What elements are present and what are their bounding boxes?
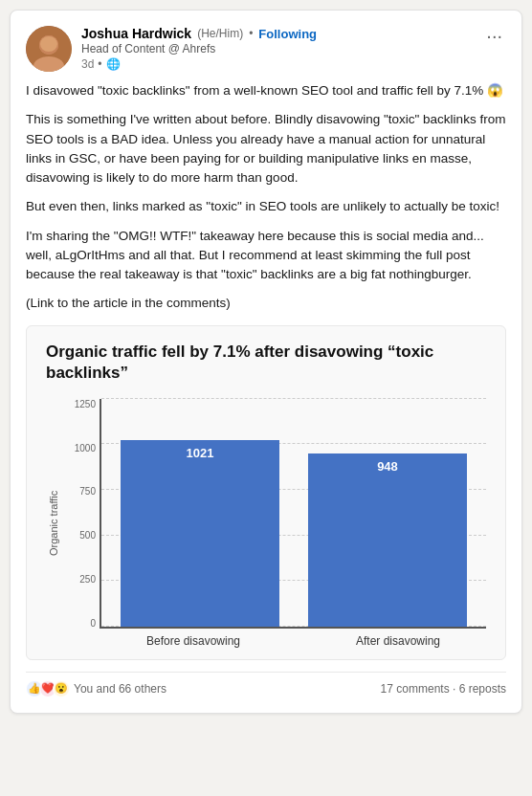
avatar[interactable] — [26, 26, 72, 72]
bar-before: 1021 — [121, 399, 279, 627]
chart-inner: 0 250 500 750 1000 1250 — [65, 399, 486, 648]
bar-before-rect: 1021 — [121, 440, 279, 626]
y-tick-1000: 1000 — [65, 443, 96, 453]
y-tick-0: 0 — [65, 618, 96, 629]
post-header: Joshua Hardwick (He/Him) • Following Hea… — [26, 26, 506, 72]
bar-after-value: 948 — [377, 459, 398, 474]
chart-title: Organic traffic fell by 7.1% after disav… — [46, 342, 486, 384]
reactions-row: 👍 ❤️ 😮 You and 66 others 17 comments · 6… — [26, 672, 506, 697]
post-time: 3d — [81, 57, 94, 71]
user-pronouns: (He/Him) — [197, 27, 243, 40]
y-axis-label: Organic traffic — [46, 399, 61, 648]
post-paragraph-1: I disavowed "toxic backlinks" from a wel… — [26, 81, 506, 100]
separator: • — [249, 27, 253, 40]
globe-icon: 🌐 — [106, 57, 121, 71]
bar-after-rect: 948 — [308, 453, 467, 626]
bar-after: 948 — [308, 399, 467, 627]
emoji-wow: 😮 — [53, 680, 70, 697]
meta-separator: • — [98, 57, 101, 71]
post-paragraph-5: (Link to the article in the comments) — [26, 294, 506, 313]
bar-before-value: 1021 — [187, 446, 214, 460]
reactions-left: 👍 ❤️ 😮 You and 66 others — [26, 680, 166, 697]
meta-row: 3d • 🌐 — [81, 57, 317, 71]
post-paragraph-2: This is something I've written about bef… — [26, 110, 506, 188]
chart-y-area: Organic traffic 0 250 500 750 1000 1250 — [46, 399, 486, 648]
chart-container: Organic traffic fell by 7.1% after disav… — [26, 325, 506, 660]
comments-reposts-text: 17 comments · 6 reposts — [381, 682, 506, 696]
post-paragraph-3: But even then, links marked as "toxic" i… — [26, 197, 506, 216]
user-name: Joshua Hardwick — [81, 26, 191, 41]
user-info: Joshua Hardwick (He/Him) • Following Hea… — [81, 26, 317, 71]
y-tick-250: 250 — [65, 574, 96, 585]
x-label-after: After disavowing — [310, 634, 486, 648]
y-tick-750: 750 — [65, 486, 96, 497]
post-body: I disavowed "toxic backlinks" from a wel… — [26, 81, 506, 314]
following-button[interactable]: Following — [258, 27, 317, 41]
more-options-button[interactable]: ··· — [482, 26, 506, 45]
header-left: Joshua Hardwick (He/Him) • Following Hea… — [26, 26, 317, 72]
svg-point-4 — [40, 36, 57, 52]
user-subtitle: Head of Content @ Ahrefs — [81, 42, 317, 55]
y-tick-1250: 1250 — [65, 399, 96, 409]
name-row: Joshua Hardwick (He/Him) • Following — [81, 26, 317, 41]
post-paragraph-4: I'm sharing the "OMG!! WTF!" takeaway he… — [26, 227, 506, 285]
reactions-count: You and 66 others — [74, 682, 166, 696]
y-tick-500: 500 — [65, 530, 96, 541]
avatar-image — [26, 26, 72, 72]
post-card: Joshua Hardwick (He/Him) • Following Hea… — [10, 10, 522, 714]
x-label-before: Before disavowing — [105, 634, 281, 648]
reactions-right[interactable]: 17 comments · 6 reposts — [381, 682, 506, 696]
reaction-emojis: 👍 ❤️ 😮 — [26, 680, 70, 697]
